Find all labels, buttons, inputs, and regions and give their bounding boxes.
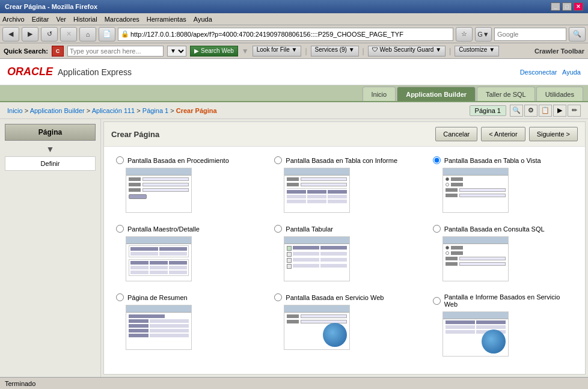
help-link[interactable]: Ayuda bbox=[562, 69, 581, 76]
option-resumen-text: Página de Resumen bbox=[127, 294, 188, 301]
menu-archivo[interactable]: Archivo bbox=[2, 16, 25, 23]
breadcrumb-aplicacion[interactable]: Aplicación 111 bbox=[92, 107, 135, 114]
separator4: | bbox=[449, 47, 451, 55]
sidebar-pagina-label: Página bbox=[38, 128, 62, 136]
address-bar: 🔒 bbox=[118, 28, 453, 41]
search-web-button[interactable]: ▶ Search Web bbox=[190, 46, 238, 57]
page-run-button[interactable]: ▶ bbox=[553, 105, 566, 117]
home-button[interactable]: ⌂ bbox=[79, 27, 96, 41]
customize-button[interactable]: Customize ▼ bbox=[455, 46, 499, 57]
option-maestro-detalle-label[interactable]: Pantalla Maestro/Detalle bbox=[116, 225, 200, 233]
radio-consulta-sql[interactable] bbox=[433, 225, 441, 233]
forward-button[interactable]: ▶ bbox=[22, 27, 38, 41]
tab-navigation: Inicio Application Builder Taller de SQL… bbox=[0, 85, 588, 102]
new-page-button[interactable]: 📄 bbox=[99, 27, 115, 41]
radio-tabla-informe[interactable] bbox=[274, 156, 282, 164]
page-copy-button[interactable]: 📋 bbox=[539, 105, 552, 117]
option-consulta-sql-text: Pantalla Basada en Consulta SQL bbox=[444, 225, 545, 233]
menubar: Archivo Editar Ver Historial Marcadores … bbox=[0, 13, 588, 25]
page-edit-button[interactable]: ✏ bbox=[568, 105, 581, 117]
option-tabla-informe-text: Pantalla Basada en Tabla con Informe bbox=[286, 157, 397, 164]
breadcrumb-application-builder[interactable]: Application Builder bbox=[30, 107, 85, 114]
statusbar: Terminado bbox=[0, 377, 588, 389]
breadcrumb-pagina1[interactable]: Página 1 bbox=[142, 107, 168, 114]
globe-icon-2 bbox=[482, 329, 506, 354]
option-informe-servicio-web-label[interactable]: Pantalla e Informe Basados en Servicio W… bbox=[433, 293, 573, 308]
option-tabla-vista-text: Pantalla Basada en Tabla o Vista bbox=[444, 157, 541, 164]
menu-historial[interactable]: Historial bbox=[73, 16, 97, 23]
menu-marcadores[interactable]: Marcadores bbox=[105, 16, 139, 23]
option-resumen-label[interactable]: Página de Resumen bbox=[116, 293, 188, 301]
option-procedimiento-label[interactable]: Pantalla Basada en Procedimiento bbox=[116, 156, 229, 164]
cancel-button[interactable]: Cancelar bbox=[435, 127, 477, 141]
radio-maestro-detalle[interactable] bbox=[116, 225, 124, 233]
search-go-button[interactable]: 🔍 bbox=[569, 27, 586, 41]
quicksearch-icon[interactable]: C bbox=[52, 46, 64, 57]
option-tabla-informe-label[interactable]: Pantalla Basada en Tabla con Informe bbox=[274, 156, 397, 164]
tab-utilidades[interactable]: Utilidades bbox=[536, 87, 583, 101]
sidebar-pagina-button[interactable]: Página bbox=[5, 124, 96, 141]
minimize-button[interactable]: _ bbox=[551, 2, 560, 11]
tab-application-builder[interactable]: Application Builder bbox=[397, 87, 476, 101]
page-gear-button[interactable]: ⚙ bbox=[524, 105, 537, 117]
sidebar-definir-item[interactable]: Definir bbox=[5, 156, 96, 171]
quicksearch-dropdown[interactable]: ▼ bbox=[167, 46, 186, 57]
tab-inicio-label: Inicio bbox=[372, 91, 387, 98]
status-text: Terminado bbox=[5, 380, 35, 387]
option-maestro-detalle-image bbox=[126, 236, 192, 281]
separator2: | bbox=[305, 47, 307, 55]
option-procedimiento: Pantalla Basada en Procedimiento bbox=[116, 156, 256, 213]
oracle-logo: ORACLE Application Express bbox=[7, 66, 132, 78]
content-header: Crear Página Cancelar < Anterior Siguien… bbox=[104, 122, 585, 147]
oracle-header: ORACLE Application Express Desconectar A… bbox=[0, 59, 588, 85]
page-badge-label: Página 1 bbox=[475, 107, 501, 114]
radio-tabular[interactable] bbox=[274, 225, 282, 233]
look-for-file-button[interactable]: Look for File ▼ bbox=[253, 46, 302, 57]
tab-taller-sql[interactable]: Taller de SQL bbox=[477, 87, 535, 101]
tab-taller-sql-label: Taller de SQL bbox=[486, 91, 526, 98]
radio-tabla-vista[interactable] bbox=[433, 156, 441, 164]
radio-informe-servicio-web[interactable] bbox=[433, 297, 441, 305]
security-button[interactable]: 🛡 Web Security Guard ▼ bbox=[368, 46, 446, 57]
menu-ver[interactable]: Ver bbox=[56, 16, 66, 23]
radio-resumen[interactable] bbox=[116, 293, 124, 301]
services-button[interactable]: Services (9) ▼ bbox=[311, 46, 359, 57]
stop-button[interactable]: ✕ bbox=[60, 27, 77, 41]
address-input[interactable] bbox=[130, 31, 450, 38]
menu-editar[interactable]: Editar bbox=[32, 16, 49, 23]
quicksearch-label: Quick Search: bbox=[4, 47, 48, 55]
option-tabular-label[interactable]: Pantalla Tabular bbox=[274, 225, 333, 233]
option-tabla-vista: Pantalla Basada en Tabla o Vista bbox=[433, 156, 573, 213]
option-servicio-web: Pantalla Basada en Servicio Web bbox=[274, 293, 414, 357]
option-procedimiento-text: Pantalla Basada en Procedimiento bbox=[127, 157, 229, 164]
close-button[interactable]: ✕ bbox=[574, 2, 583, 11]
radio-procedimiento[interactable] bbox=[116, 156, 124, 164]
prev-button[interactable]: < Anterior bbox=[481, 127, 525, 141]
window-titlebar: Crear Página - Mozilla Firefox _ □ ✕ bbox=[0, 0, 588, 13]
option-servicio-web-label[interactable]: Pantalla Basada en Servicio Web bbox=[274, 293, 384, 301]
menu-ayuda[interactable]: Ayuda bbox=[194, 16, 212, 23]
window-title: Crear Página - Mozilla Firefox bbox=[5, 3, 97, 10]
breadcrumb-inicio[interactable]: Inicio bbox=[7, 107, 23, 114]
option-tabla-vista-label[interactable]: Pantalla Basada en Tabla o Vista bbox=[433, 156, 541, 164]
next-button[interactable]: Siguiente > bbox=[529, 127, 578, 141]
disconnect-link[interactable]: Desconectar bbox=[520, 69, 557, 76]
google-go-button[interactable]: G▼ bbox=[475, 27, 492, 41]
star-button[interactable]: ☆ bbox=[456, 27, 473, 41]
option-consulta-sql: Pantalla Basada en Consulta SQL bbox=[433, 225, 573, 281]
page-search-button[interactable]: 🔍 bbox=[510, 105, 523, 117]
reload-button[interactable]: ↺ bbox=[41, 27, 58, 41]
radio-servicio-web[interactable] bbox=[274, 293, 282, 301]
back-button[interactable]: ◀ bbox=[2, 27, 19, 41]
option-tabla-informe: Pantalla Basada en Tabla con Informe bbox=[274, 156, 414, 213]
menu-herramientas[interactable]: Herramientas bbox=[147, 16, 186, 23]
option-consulta-sql-label[interactable]: Pantalla Basada en Consulta SQL bbox=[433, 225, 545, 233]
tab-utilidades-label: Utilidades bbox=[545, 91, 574, 98]
tab-inicio[interactable]: Inicio bbox=[363, 87, 396, 101]
option-consulta-sql-image bbox=[443, 236, 509, 281]
maximize-button[interactable]: □ bbox=[562, 2, 572, 11]
quicksearch-input[interactable] bbox=[67, 46, 164, 57]
crawler-text: Crawler Toolbar bbox=[534, 47, 584, 55]
sidebar-arrow: ▼ bbox=[5, 144, 96, 154]
search-input[interactable] bbox=[494, 28, 566, 41]
